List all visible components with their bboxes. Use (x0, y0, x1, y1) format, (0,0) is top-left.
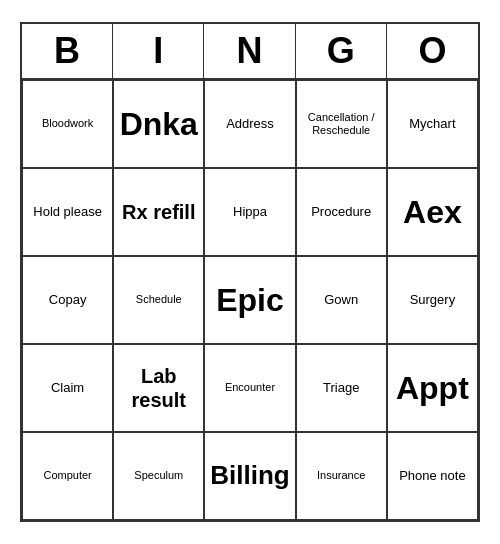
bingo-cell-22: Billing (204, 432, 295, 520)
bingo-cell-2: Address (204, 80, 295, 168)
cell-text: Aex (403, 193, 462, 231)
cell-text: Insurance (317, 469, 365, 482)
bingo-cell-17: Encounter (204, 344, 295, 432)
cell-text: Hippa (233, 204, 267, 220)
bingo-cell-9: Aex (387, 168, 478, 256)
bingo-cell-23: Insurance (296, 432, 387, 520)
bingo-cell-24: Phone note (387, 432, 478, 520)
cell-text: Gown (324, 292, 358, 308)
cell-text: Claim (51, 380, 84, 396)
bingo-cell-16: Lab result (113, 344, 204, 432)
cell-text: Computer (43, 469, 91, 482)
cell-text: Mychart (409, 116, 455, 132)
bingo-cell-7: Hippa (204, 168, 295, 256)
cell-text: Appt (396, 369, 469, 407)
bingo-cell-10: Copay (22, 256, 113, 344)
bingo-cell-20: Computer (22, 432, 113, 520)
cell-text: Triage (323, 380, 359, 396)
cell-text: Copay (49, 292, 87, 308)
bingo-cell-4: Mychart (387, 80, 478, 168)
cell-text: Hold please (33, 204, 102, 220)
cell-text: Speculum (134, 469, 183, 482)
bingo-cell-8: Procedure (296, 168, 387, 256)
bingo-cell-6: Rx refill (113, 168, 204, 256)
bingo-cell-19: Appt (387, 344, 478, 432)
bingo-header: BINGO (22, 24, 478, 80)
bingo-cell-18: Triage (296, 344, 387, 432)
cell-text: Billing (210, 460, 289, 491)
bingo-grid: BloodworkDnkaAddressCancellation / Resch… (22, 80, 478, 520)
cell-text: Bloodwork (42, 117, 93, 130)
bingo-cell-13: Gown (296, 256, 387, 344)
bingo-cell-0: Bloodwork (22, 80, 113, 168)
cell-text: Schedule (136, 293, 182, 306)
cell-text: Surgery (410, 292, 456, 308)
bingo-cell-5: Hold please (22, 168, 113, 256)
cell-text: Cancellation / Reschedule (301, 111, 382, 137)
bingo-cell-12: Epic (204, 256, 295, 344)
header-letter-g: G (296, 24, 387, 78)
header-letter-n: N (204, 24, 295, 78)
cell-text: Address (226, 116, 274, 132)
bingo-cell-3: Cancellation / Reschedule (296, 80, 387, 168)
cell-text: Encounter (225, 381, 275, 394)
cell-text: Rx refill (122, 200, 195, 224)
header-letter-o: O (387, 24, 478, 78)
cell-text: Epic (216, 281, 284, 319)
cell-text: Dnka (120, 105, 198, 143)
bingo-cell-15: Claim (22, 344, 113, 432)
cell-text: Phone note (399, 468, 466, 484)
bingo-cell-11: Schedule (113, 256, 204, 344)
bingo-cell-1: Dnka (113, 80, 204, 168)
cell-text: Procedure (311, 204, 371, 220)
bingo-cell-14: Surgery (387, 256, 478, 344)
cell-text: Lab result (118, 364, 199, 412)
header-letter-b: B (22, 24, 113, 78)
header-letter-i: I (113, 24, 204, 78)
bingo-card: BINGO BloodworkDnkaAddressCancellation /… (20, 22, 480, 522)
bingo-cell-21: Speculum (113, 432, 204, 520)
